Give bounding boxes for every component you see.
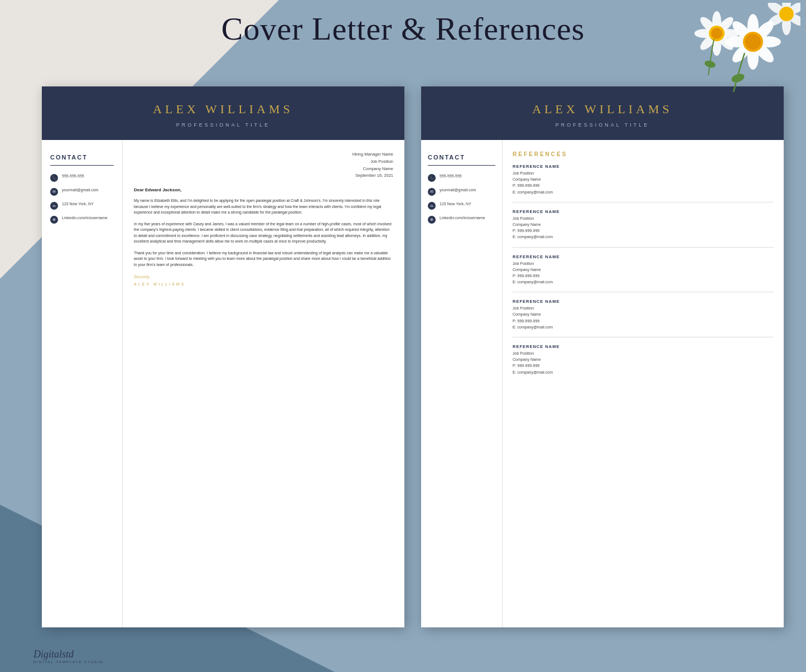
hiring-manager: Hiring Manager Name [134, 151, 393, 158]
ref-item-position: Job Position [513, 260, 774, 267]
contact-address: 123 New York, NY [62, 201, 94, 206]
ref-item-company: Company Name [513, 356, 774, 362]
cover-letter-header: ALEX WILLIAMS PROFESSIONAL TITLE [42, 86, 404, 140]
contact-address-item: in 123 New York, NY [50, 201, 114, 210]
ref-item-email: E: company@mail.com [513, 189, 774, 195]
ref-location-icon: in [428, 202, 436, 210]
contact-divider [50, 165, 114, 166]
ref-item-name: REFERENCE NAME [513, 254, 774, 259]
ref-item-phone: P: 999-999-999 [513, 273, 774, 279]
references-main: REFERENCES REFERENCE NAME Job Position C… [502, 140, 784, 627]
cover-letter-body: CONTACT 📞 555-555-555 ✉ yourmail@gmail.c… [42, 140, 404, 627]
letter-paragraph-3: Thank you for your time and consideratio… [134, 250, 393, 268]
ref-linkedin-icon: ⊕ [428, 216, 436, 224]
letter-closing: Sincerely, ALEX WILLIAMS [134, 273, 393, 288]
ref-item-name: REFERENCE NAME [513, 344, 774, 349]
ref-item-position: Job Position [513, 170, 774, 176]
ref-contact-linkedin-item: ⊕ Linkedin.com/in/username [428, 215, 495, 224]
ref-item-name: REFERENCE NAME [513, 164, 774, 169]
cover-letter-sidebar: CONTACT 📞 555-555-555 ✉ yourmail@gmail.c… [42, 140, 123, 627]
cover-letter-title: PROFESSIONAL TITLE [59, 122, 388, 128]
location-icon: in [50, 202, 58, 210]
ref-contact-email: yourmail@gmail.com [440, 187, 476, 192]
brand-name: Digitalstd [33, 649, 104, 660]
ref-item-position: Job Position [513, 305, 774, 311]
ref-item-company: Company Name [513, 311, 774, 317]
ref-email-icon: ✉ [428, 188, 436, 196]
contact-heading: CONTACT [50, 154, 114, 161]
contact-linkedin: Linkedin.com/in/username [62, 215, 108, 220]
ref-contact-heading: CONTACT [428, 154, 495, 161]
contact-linkedin-item: ⊕ Linkedin.com/in/username [50, 215, 114, 224]
linkedin-icon: ⊕ [50, 216, 58, 224]
references-title: PROFESSIONAL TITLE [438, 122, 767, 128]
page-title: Cover Letter & References [0, 10, 806, 47]
phone-icon: 📞 [50, 174, 58, 182]
ref-item-name: REFERENCE NAME [513, 299, 774, 304]
ref-item-email: E: company@mail.com [513, 324, 774, 330]
letter-paragraph-2: In my five years of experience with Case… [134, 221, 393, 245]
references-document: ALEX WILLIAMS PROFESSIONAL TITLE CONTACT… [421, 86, 784, 627]
ref-contact-address-item: in 123 New York, NY [428, 201, 495, 210]
ref-item-name: REFERENCE NAME [513, 209, 774, 214]
contact-phone-item: 📞 555-555-555 [50, 173, 114, 182]
letter-date: September 16, 2021 [134, 172, 393, 180]
job-position: Job Position [134, 158, 393, 166]
ref-item-email: E: company@mail.com [513, 369, 774, 375]
letter-greeting: Dear Edward Jackson, [134, 187, 393, 192]
company-name: Company Name [134, 166, 393, 173]
references-sidebar: CONTACT 📞 555-555-555 ✉ yourmail@gmail.c… [421, 140, 502, 627]
contact-email: yourmail@gmail.com [62, 187, 98, 192]
cover-letter-main: Hiring Manager Name Job Position Company… [123, 140, 404, 627]
ref-item-email: E: company@mail.com [513, 279, 774, 285]
references-list: REFERENCE NAME Job Position Company Name… [513, 164, 774, 382]
ref-contact-email-item: ✉ yourmail@gmail.com [428, 187, 495, 196]
reference-item: REFERENCE NAME Job Position Company Name… [513, 209, 774, 248]
reference-item: REFERENCE NAME Job Position Company Name… [513, 164, 774, 202]
ref-contact-divider [428, 165, 495, 166]
brand-subtitle: DIGITAL TEMPLATE STUDIO [33, 660, 104, 664]
documents-area: ALEX WILLIAMS PROFESSIONAL TITLE CONTACT… [42, 86, 784, 627]
reference-item: REFERENCE NAME Job Position Company Name… [513, 299, 774, 337]
email-icon: ✉ [50, 188, 58, 196]
ref-item-company: Company Name [513, 267, 774, 273]
ref-item-phone: P: 999-999-999 [513, 318, 774, 324]
ref-contact-address: 123 New York, NY [440, 201, 471, 206]
svg-point-28 [704, 60, 716, 69]
ref-item-company: Company Name [513, 221, 774, 228]
reference-item: REFERENCE NAME Job Position Company Name… [513, 254, 774, 293]
reference-item: REFERENCE NAME Job Position Company Name… [513, 344, 774, 382]
page-header: Cover Letter & References [0, 10, 806, 47]
ref-item-phone: P: 999-999-999 [513, 362, 774, 369]
contact-phone: 555-555-555 [62, 173, 84, 178]
ref-item-company: Company Name [513, 176, 774, 182]
references-body: CONTACT 📞 555-555-555 ✉ yourmail@gmail.c… [421, 140, 784, 627]
ref-contact-linkedin: Linkedin.com/in/username [440, 215, 485, 220]
cover-letter-document: ALEX WILLIAMS PROFESSIONAL TITLE CONTACT… [42, 86, 404, 627]
ref-item-email: E: company@mail.com [513, 234, 774, 240]
references-section-heading: REFERENCES [513, 151, 774, 157]
ref-phone-icon: 📞 [428, 174, 436, 182]
letter-paragraph-1: My name is Elizabeth Ellis, and I'm deli… [134, 198, 393, 216]
ref-contact-phone: 555-555-555 [440, 173, 462, 178]
letter-header-info: Hiring Manager Name Job Position Company… [134, 151, 393, 180]
ref-item-phone: P: 999-999-999 [513, 228, 774, 234]
ref-contact-phone-item: 📞 555-555-555 [428, 173, 495, 182]
ref-item-position: Job Position [513, 350, 774, 356]
ref-item-phone: P: 999-999-999 [513, 182, 774, 188]
letter-signature: ALEX WILLIAMS [134, 281, 393, 288]
cover-letter-name: ALEX WILLIAMS [59, 102, 388, 117]
brand-watermark: Digitalstd DIGITAL TEMPLATE STUDIO [33, 649, 104, 664]
ref-item-position: Job Position [513, 215, 774, 221]
contact-email-item: ✉ yourmail@gmail.com [50, 187, 114, 196]
